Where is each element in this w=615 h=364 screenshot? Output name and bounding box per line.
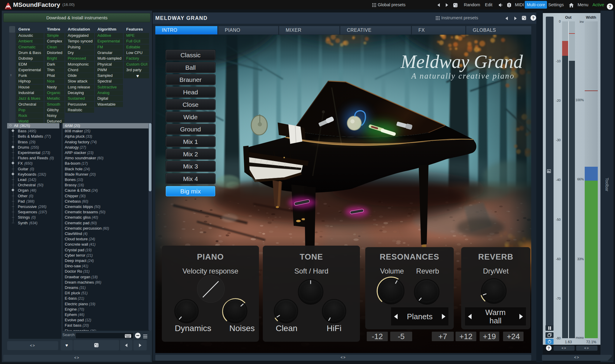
svg-text:?: ? (609, 4, 611, 9)
svg-text:?: ? (548, 346, 550, 350)
svg-text:?: ? (532, 16, 535, 20)
